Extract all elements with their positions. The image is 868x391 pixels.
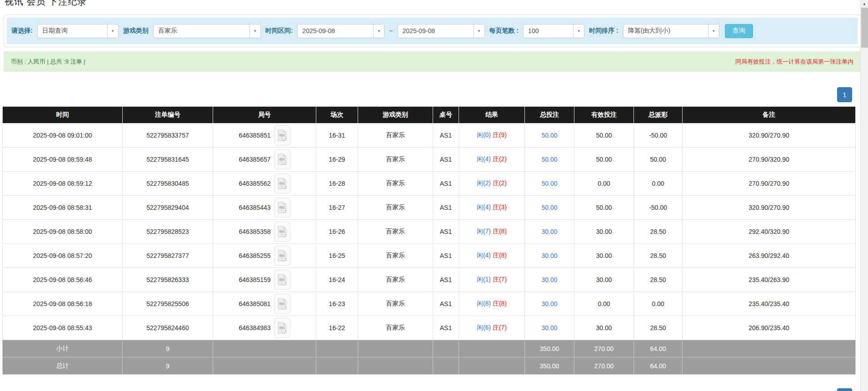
subtotal-row: 小计9350.00270.0064.00 <box>3 340 856 357</box>
result-banker-text: 庄(2) <box>493 179 507 187</box>
cell-total-bet[interactable]: 50.00 <box>525 148 574 172</box>
footer-total-bet: 350.00 <box>525 357 574 375</box>
video-replay-button[interactable] <box>274 246 290 266</box>
result-banker-text: 庄(8) <box>493 228 507 235</box>
cell-game-category: 百家乐 <box>358 124 433 148</box>
scrollbar-thumb[interactable] <box>861 8 868 48</box>
total-bet-link[interactable]: 50.00 <box>541 180 557 187</box>
result-banker-text: 庄(8) <box>493 300 507 307</box>
round-no-group: 646385159 <box>239 270 290 290</box>
total-bet-link[interactable]: 30.00 <box>541 300 557 307</box>
cell-valid-bet: 30.00 <box>574 244 634 268</box>
cell-total-bet[interactable]: 30.00 <box>525 316 574 340</box>
total-bet-link[interactable]: 50.00 <box>541 132 557 139</box>
video-replay-button[interactable] <box>274 318 290 338</box>
cell-total-bet[interactable]: 50.00 <box>525 172 574 196</box>
cell-valid-bet: 0.00 <box>574 292 634 316</box>
footer-empty <box>459 340 525 357</box>
column-header: 有效投注 <box>574 107 634 124</box>
caret-down-icon: ▼ <box>573 25 584 38</box>
video-replay-button[interactable] <box>274 125 290 145</box>
cell-valid-bet: 30.00 <box>574 316 634 340</box>
footer-total-bet: 350.00 <box>525 340 574 357</box>
search-button[interactable]: 查询 <box>725 24 753 38</box>
summary-bar: 币别 : 人民币 | 总共 :9 注单 | 同局有效投注，统一计算在该局第一张注… <box>4 51 861 72</box>
total-bet-link[interactable]: 30.00 <box>541 324 557 332</box>
cell-bet-no: 522795827377 <box>123 244 213 268</box>
cell-result: 闲(7) 庄(8) <box>459 220 525 244</box>
caret-down-icon: ▼ <box>249 25 260 38</box>
round-no-group: 646384983 <box>239 318 290 338</box>
scroll-up-icon[interactable]: ▲ <box>861 0 868 8</box>
footer-empty <box>213 357 316 375</box>
cell-total-bet[interactable]: 30.00 <box>525 220 574 244</box>
cell-result: 闲(4) 庄(2) <box>459 148 525 172</box>
result-player-text: 闲(4) <box>477 203 491 211</box>
video-replay-button[interactable] <box>274 270 290 290</box>
column-header: 场次 <box>316 107 358 124</box>
footer-label: 小计 <box>3 340 123 357</box>
game-category-select[interactable]: 百家乐 ▼ <box>153 24 261 38</box>
filter-bar: 请选择: 日期查询 ▼ 游戏类别 百家乐 ▼ 时间区间: 2025-09-08 … <box>7 18 858 44</box>
video-record-icon <box>278 129 287 141</box>
cell-total-bet[interactable]: 50.00 <box>525 196 574 220</box>
cell-time: 2025-09-08 08:57:20 <box>3 244 123 268</box>
video-replay-button[interactable] <box>274 222 290 242</box>
total-bet-link[interactable]: 30.00 <box>541 228 557 235</box>
cell-remark: 320.90/270.90 <box>683 196 856 220</box>
result-player-text: 闲(4) <box>477 252 491 259</box>
cell-remark: 270.90/270.90 <box>683 172 856 196</box>
cell-result: 闲(1) 庄(7) <box>459 268 525 292</box>
footer-empty <box>213 340 316 357</box>
cell-session: 16-22 <box>316 316 358 340</box>
video-replay-button[interactable] <box>274 198 290 218</box>
video-replay-button[interactable] <box>274 149 290 169</box>
vertical-scrollbar[interactable]: ▲ <box>860 0 868 391</box>
cell-table-no: AS1 <box>433 316 459 340</box>
column-header: 结果 <box>459 107 525 124</box>
footer-label: 总计 <box>3 357 123 375</box>
cell-remark: 270.90/320.90 <box>683 148 856 172</box>
caret-down-icon: ▼ <box>474 25 484 38</box>
cell-session: 16-29 <box>316 148 358 172</box>
cell-game-category: 百家乐 <box>358 172 433 196</box>
footer-count: 9 <box>123 357 213 375</box>
cell-time: 2025-09-08 08:59:12 <box>3 172 123 196</box>
cell-round-no: 646385657 <box>213 148 316 172</box>
cell-session: 16-24 <box>316 268 358 292</box>
pagination-page-1-button[interactable]: 1 <box>837 87 852 102</box>
date-to-input[interactable]: 2025-09-08 ▼ <box>398 24 485 38</box>
grand-total-row: 总计9350.00270.0064.00 <box>3 357 856 375</box>
query-type-select[interactable]: 日期查询 ▼ <box>37 24 119 38</box>
cell-session: 16-31 <box>316 124 358 148</box>
cell-round-no: 646385562 <box>213 172 316 196</box>
cell-total-bet[interactable]: 30.00 <box>525 292 574 316</box>
result-player-text: 闲(4) <box>477 155 491 163</box>
video-replay-button[interactable] <box>274 294 290 314</box>
round-no-text: 646384983 <box>239 324 270 332</box>
total-bet-link[interactable]: 30.00 <box>541 276 557 283</box>
cell-remark: 235.40/263.90 <box>683 268 856 292</box>
cell-total-bet[interactable]: 30.00 <box>525 268 574 292</box>
table-row: 2025-09-08 08:59:48522795831645646385657… <box>3 148 856 172</box>
round-no-text: 646385081 <box>239 300 270 307</box>
pagination-bottom-button-partial[interactable] <box>837 388 852 391</box>
round-no-group: 646385358 <box>239 222 290 242</box>
cell-game-category: 百家乐 <box>358 148 433 172</box>
time-sort-select[interactable]: 降冪(由大到小) ▼ <box>623 24 719 38</box>
result-player-text: 闲(0) <box>477 131 491 139</box>
date-from-input[interactable]: 2025-09-08 ▼ <box>297 24 384 38</box>
total-bet-link[interactable]: 50.00 <box>541 156 557 163</box>
cell-total-bet[interactable]: 50.00 <box>525 124 574 148</box>
round-no-group: 646385255 <box>239 246 290 266</box>
result-banker-text: 庄(9) <box>493 131 507 139</box>
total-bet-link[interactable]: 50.00 <box>541 204 557 211</box>
round-no-text: 646385443 <box>239 204 270 211</box>
cell-game-category: 百家乐 <box>358 292 433 316</box>
time-sort-label: 时间排序 : <box>589 27 619 35</box>
video-replay-button[interactable] <box>274 173 290 193</box>
page-size-select[interactable]: 100 ▼ <box>523 24 584 38</box>
table-row: 2025-09-08 08:58:00522795828523646385358… <box>3 220 856 244</box>
cell-total-bet[interactable]: 30.00 <box>525 244 574 268</box>
total-bet-link[interactable]: 30.00 <box>541 252 557 259</box>
